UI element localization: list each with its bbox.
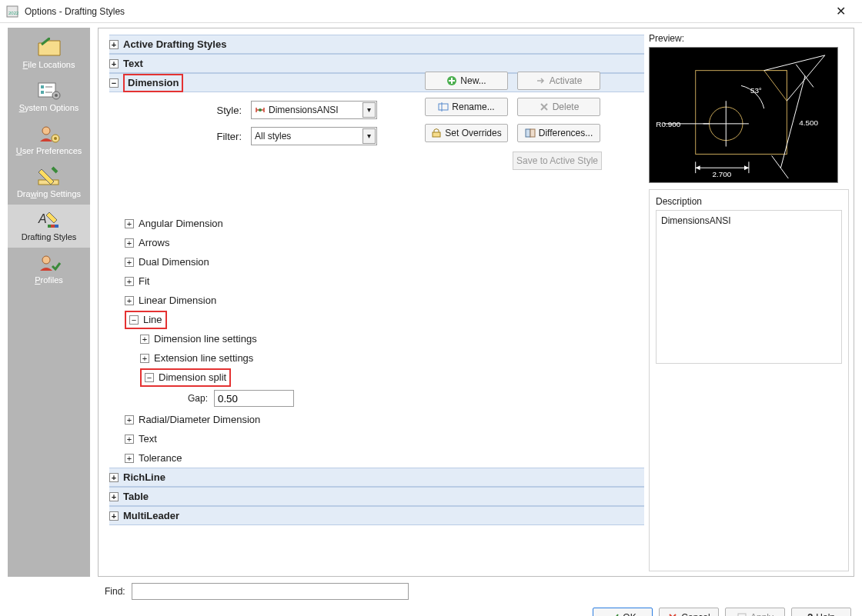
tree-line[interactable]: − Line: [103, 310, 644, 329]
expand-icon[interactable]: +: [140, 335, 149, 344]
expand-icon[interactable]: +: [125, 415, 134, 425]
gap-label: Gap:: [180, 393, 208, 404]
gap-row: Gap:: [103, 387, 644, 410]
nav-profiles[interactable]: Profiles: [8, 248, 90, 291]
preview-length: 4.500: [799, 118, 818, 127]
preview-label: Preview:: [649, 33, 849, 44]
expand-icon[interactable]: +: [109, 59, 119, 68]
expand-icon[interactable]: +: [109, 40, 119, 49]
tree-table[interactable]: + Table: [109, 487, 644, 506]
expand-icon[interactable]: +: [125, 296, 134, 305]
nav-drafting-styles[interactable]: A Drafting Styles: [8, 205, 90, 248]
nav-label: User Preferences: [8, 146, 90, 155]
expand-icon[interactable]: +: [109, 511, 119, 521]
description-label: Description: [656, 196, 842, 207]
svg-rect-4: [41, 91, 44, 94]
preview-radius: R0.900: [656, 120, 680, 128]
expand-icon[interactable]: +: [125, 219, 134, 228]
expand-icon[interactable]: +: [125, 258, 134, 267]
highlight-dimension: Dimension: [123, 74, 183, 92]
set-overrides-button[interactable]: Set Overrides: [425, 124, 508, 142]
tree-extension-line-settings[interactable]: + Extension line settings: [103, 348, 644, 368]
filter-label: Filter:: [209, 131, 242, 142]
tree-active-drafting-styles[interactable]: + Active Drafting Styles: [109, 35, 644, 54]
svg-text:2022: 2022: [8, 11, 18, 15]
description-text: DimensionsANSI: [656, 210, 842, 364]
chevron-down-icon[interactable]: ▾: [363, 128, 376, 144]
tree-angular-dimension[interactable]: + Angular Dimension: [103, 214, 644, 233]
nav-drawing-settings[interactable]: Drawing Settings: [8, 161, 90, 205]
plus-icon: [446, 75, 457, 86]
nav-user-preferences[interactable]: User Preferences: [8, 118, 90, 161]
activate-button[interactable]: Activate: [517, 72, 600, 90]
expand-icon[interactable]: +: [140, 354, 149, 363]
tree-richline[interactable]: + RichLine: [109, 468, 644, 487]
tree-multileader[interactable]: + MultiLeader: [109, 506, 644, 525]
arrow-right-icon: [536, 75, 546, 86]
expand-icon[interactable]: +: [125, 435, 134, 444]
apply-button: Apply: [725, 608, 785, 616]
tree-radial-diameter[interactable]: + Radial/Diameter Dimension: [103, 410, 644, 429]
list-gear-icon: [37, 80, 62, 102]
filter-combo[interactable]: All styles ▾: [251, 127, 377, 145]
svg-rect-16: [55, 225, 58, 228]
tree-fit[interactable]: + Fit: [103, 271, 644, 291]
expand-icon[interactable]: +: [109, 492, 119, 501]
diff-icon: [525, 128, 536, 138]
svg-point-11: [54, 137, 57, 140]
rename-icon: [438, 102, 449, 112]
save-to-active-style-button: Save to Active Style: [513, 152, 602, 170]
tree-dimension-split[interactable]: − Dimension split: [103, 368, 644, 387]
x-icon: [539, 102, 550, 112]
style-combo[interactable]: DimensionsANSI ▾: [251, 101, 377, 119]
chevron-down-icon[interactable]: ▾: [363, 102, 376, 118]
cancel-button[interactable]: Cancel: [659, 608, 719, 616]
close-button[interactable]: ✕: [825, 0, 856, 23]
highlight-line: − Line: [125, 311, 167, 329]
filter-value: All styles: [255, 131, 373, 142]
svg-rect-20: [439, 104, 448, 110]
collapse-icon[interactable]: −: [145, 373, 154, 382]
new-button[interactable]: New...: [425, 72, 508, 90]
nav-file-locations[interactable]: File Locations: [8, 32, 90, 75]
user-gear-icon: [37, 123, 62, 145]
gap-input[interactable]: [214, 390, 294, 407]
svg-point-8: [55, 94, 58, 97]
rename-button[interactable]: Rename...: [425, 98, 508, 116]
tree-text-dim[interactable]: + Text: [103, 429, 644, 448]
svg-rect-22: [433, 132, 440, 137]
nav-label: Drafting Styles: [8, 232, 90, 241]
check-icon: [609, 612, 620, 616]
svg-point-9: [42, 127, 50, 135]
highlight-dimension-split: − Dimension split: [140, 368, 231, 387]
tree-linear-dimension[interactable]: + Linear Dimension: [103, 291, 644, 310]
nav-system-options[interactable]: System Options: [8, 75, 90, 118]
expand-icon[interactable]: +: [109, 473, 119, 482]
expand-icon[interactable]: +: [125, 454, 134, 463]
apply-icon: [737, 612, 747, 616]
collapse-icon[interactable]: −: [109, 78, 119, 88]
style-label: Style:: [209, 105, 242, 116]
delete-button[interactable]: Delete: [517, 98, 600, 116]
preview-angle: 53°: [750, 86, 762, 95]
tree-arrows[interactable]: + Arrows: [103, 233, 644, 252]
nav-label: Drawing Settings: [8, 189, 90, 198]
svg-rect-23: [526, 129, 530, 137]
tree-dual-dimension[interactable]: + Dual Dimension: [103, 252, 644, 271]
tree-tolerance[interactable]: + Tolerance: [103, 448, 644, 468]
expand-icon[interactable]: +: [125, 277, 134, 286]
ok-button[interactable]: OK: [593, 608, 653, 616]
help-button[interactable]: ? Help: [791, 608, 851, 616]
find-input[interactable]: [132, 583, 409, 600]
collapse-icon[interactable]: −: [129, 315, 139, 325]
svg-point-18: [259, 108, 262, 112]
tree-dimension-line-settings[interactable]: + Dimension line settings: [103, 329, 644, 348]
differences-button[interactable]: Differences...: [517, 124, 600, 142]
preview-canvas: R0.900 53° 4.500 2.700: [649, 47, 838, 183]
tree-panel: + Active Drafting Styles + Text − Dimens…: [103, 33, 644, 571]
svg-rect-25: [650, 48, 837, 182]
expand-icon[interactable]: +: [125, 238, 134, 248]
description-group: Description DimensionsANSI: [649, 189, 849, 571]
tree-text[interactable]: + Text: [109, 54, 644, 73]
text-pencil-icon: A: [37, 209, 62, 231]
